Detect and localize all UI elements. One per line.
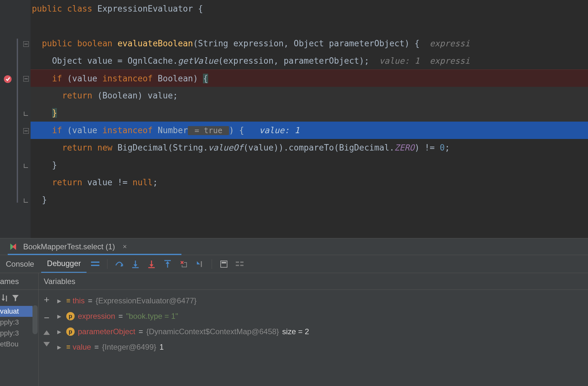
- code-line[interactable]: return value != null;: [31, 174, 588, 191]
- svg-point-0: [4, 75, 12, 83]
- debug-tab-strip: BookMapperTest.select (1) ×: [0, 238, 588, 255]
- svg-rect-19: [240, 262, 243, 263]
- code-line[interactable]: return new BigDecimal(String.valueOf(val…: [31, 139, 588, 156]
- svg-rect-7: [91, 262, 99, 263]
- frame-row[interactable]: valuat: [0, 306, 32, 317]
- move-up-icon[interactable]: [43, 330, 50, 335]
- code-line[interactable]: public boolean evaluateBoolean(String ex…: [31, 35, 588, 52]
- variable-row[interactable]: ▶ p parameterObject = {DynamicContext$Co…: [55, 324, 588, 339]
- breakpoint-icon[interactable]: [3, 75, 12, 84]
- fold-minus-icon[interactable]: [23, 41, 29, 47]
- scrollbar-thumb[interactable]: [32, 305, 38, 334]
- gutter: [0, 0, 31, 238]
- debug-body: ames valuat pply:3 pply:3 etBou: [0, 273, 588, 386]
- frame-row[interactable]: pply:3: [0, 328, 32, 339]
- parameter-icon: p: [66, 312, 75, 320]
- frame-row[interactable]: pply:3: [0, 317, 32, 328]
- code-line[interactable]: }: [31, 156, 588, 174]
- frames-toolbar: [0, 290, 32, 306]
- field-icon: ≡: [66, 297, 69, 305]
- test-run-icon: [8, 242, 17, 251]
- code-line[interactable]: public class ExpressionEvaluator {: [31, 0, 588, 17]
- debugger-tab[interactable]: Debugger: [41, 255, 87, 273]
- variable-row[interactable]: ▶ p expression = "book.type = 1": [55, 308, 588, 324]
- inline-value-hint: = true: [188, 126, 229, 135]
- code-line[interactable]: Object value = OgnlCache.getValue(expres…: [31, 52, 588, 69]
- run-to-cursor-icon[interactable]: [192, 257, 207, 271]
- drop-frame-icon[interactable]: [176, 257, 191, 271]
- execution-line[interactable]: if (value instanceof Number = true ) { v…: [31, 122, 588, 139]
- svg-rect-20: [236, 265, 239, 266]
- trace-current-stream-chain-icon[interactable]: [233, 257, 247, 271]
- expand-icon[interactable]: ▶: [57, 313, 63, 319]
- console-tab[interactable]: Console: [0, 255, 40, 273]
- frames-header: ames: [0, 273, 38, 290]
- variables-column: Variables + − ▶ ≡ this = {ExpressionEval…: [39, 273, 588, 386]
- filter-icon[interactable]: [12, 294, 19, 302]
- force-step-into-icon[interactable]: [144, 257, 159, 271]
- threads-icon[interactable]: [88, 257, 103, 271]
- frame-row[interactable]: etBou: [0, 339, 32, 350]
- variable-row[interactable]: ▶ ≡ this = {ExpressionEvaluator@6477}: [55, 293, 588, 308]
- variable-row[interactable]: ▶ ≡ value = {Integer@6499} 1: [55, 339, 588, 355]
- expand-icon[interactable]: ▶: [57, 298, 63, 304]
- method-separator-line: [17, 39, 18, 203]
- fold-minus-icon[interactable]: [23, 76, 29, 82]
- breakpoint-line[interactable]: if (value instanceof Boolean) {: [31, 69, 588, 87]
- new-watch-icon[interactable]: +: [44, 294, 50, 305]
- code-line[interactable]: [31, 17, 588, 35]
- svg-rect-18: [236, 262, 239, 263]
- fold-end-icon[interactable]: [23, 163, 29, 169]
- step-into-icon[interactable]: [128, 257, 143, 271]
- field-icon: ≡: [66, 343, 69, 351]
- svg-rect-8: [91, 265, 99, 266]
- frames-column: ames valuat pply:3 pply:3 etBou: [0, 273, 39, 386]
- parameter-icon: p: [66, 327, 75, 336]
- svg-rect-21: [240, 265, 243, 266]
- fold-end-icon[interactable]: [23, 198, 29, 203]
- code-line[interactable]: }: [31, 191, 588, 208]
- close-tab-icon[interactable]: ×: [123, 243, 127, 251]
- code-area[interactable]: public class ExpressionEvaluator { publi…: [31, 0, 588, 238]
- fold-minus-icon[interactable]: [23, 128, 29, 134]
- frames-list[interactable]: valuat pply:3 pply:3 etBou: [0, 306, 32, 350]
- variables-header: Variables: [39, 273, 588, 290]
- fold-end-icon[interactable]: [23, 111, 29, 116]
- sort-icon[interactable]: [1, 294, 8, 302]
- step-over-icon[interactable]: [112, 257, 127, 271]
- remove-watch-icon[interactable]: −: [44, 312, 50, 323]
- debug-panel: BookMapperTest.select (1) × Console Debu…: [0, 238, 588, 386]
- code-line[interactable]: }: [31, 104, 588, 122]
- variables-list[interactable]: ▶ ≡ this = {ExpressionEvaluator@6477} ▶ …: [55, 290, 588, 386]
- debug-toolbar: Console Debugger: [0, 255, 588, 273]
- expand-icon[interactable]: ▶: [57, 344, 63, 350]
- step-out-icon[interactable]: [160, 257, 175, 271]
- variables-side-toolbar: + −: [39, 290, 55, 386]
- editor-area: public class ExpressionEvaluator { publi…: [0, 0, 588, 238]
- expand-icon[interactable]: ▶: [57, 329, 63, 335]
- move-down-icon[interactable]: [43, 342, 50, 346]
- svg-rect-17: [222, 262, 226, 263]
- debug-config-tab[interactable]: BookMapperTest.select (1): [21, 242, 117, 251]
- tab-underline: [8, 254, 181, 255]
- evaluate-expression-icon[interactable]: [216, 257, 231, 271]
- code-line[interactable]: return (Boolean) value;: [31, 87, 588, 104]
